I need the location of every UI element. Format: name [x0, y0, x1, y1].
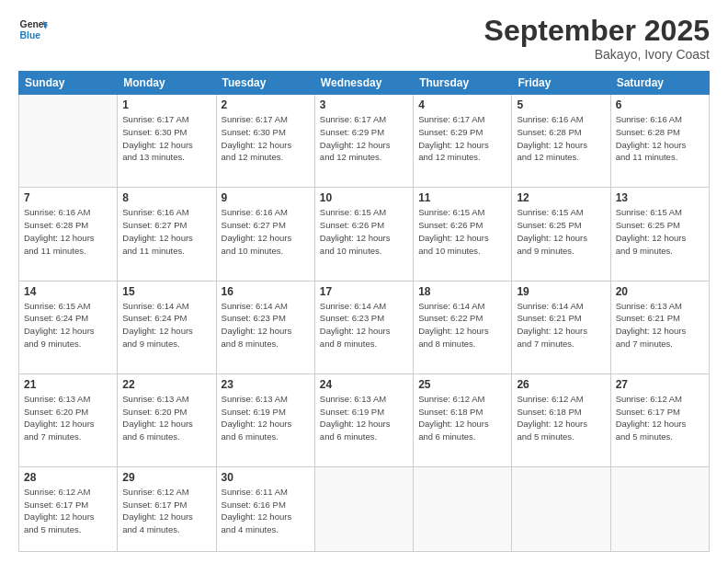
day-info: Sunrise: 6:14 AMSunset: 6:22 PMDaylight:…: [418, 300, 506, 350]
day-number: 15: [122, 285, 210, 298]
calendar-cell: [314, 466, 413, 551]
day-info: Sunrise: 6:13 AMSunset: 6:19 PMDaylight:…: [222, 393, 310, 443]
day-info: Sunrise: 6:17 AMSunset: 6:30 PMDaylight:…: [222, 113, 310, 164]
page: General Blue September 2025 Bakayo, Ivor…: [0, 0, 728, 563]
calendar-cell: 19Sunrise: 6:14 AMSunset: 6:21 PMDayligh…: [512, 281, 610, 373]
day-info: Sunrise: 6:15 AMSunset: 6:24 PMDaylight:…: [24, 300, 112, 350]
calendar-cell: 1Sunrise: 6:17 AMSunset: 6:30 PMDaylight…: [118, 95, 216, 188]
calendar-cell: 14Sunrise: 6:15 AMSunset: 6:24 PMDayligh…: [19, 281, 118, 373]
calendar-cell: 30Sunrise: 6:11 AMSunset: 6:16 PMDayligh…: [216, 466, 314, 551]
day-number: 16: [222, 285, 310, 298]
day-info: Sunrise: 6:15 AMSunset: 6:26 PMDaylight:…: [320, 206, 408, 257]
logo-icon: General Blue: [18, 15, 48, 44]
day-number: 28: [24, 471, 112, 484]
day-info: Sunrise: 6:16 AMSunset: 6:27 PMDaylight:…: [122, 206, 210, 257]
day-info: Sunrise: 6:16 AMSunset: 6:28 PMDaylight:…: [517, 113, 605, 164]
calendar-cell: 27Sunrise: 6:12 AMSunset: 6:17 PMDayligh…: [610, 373, 709, 466]
day-number: 11: [418, 191, 506, 204]
day-number: 10: [320, 191, 408, 204]
day-number: 29: [122, 471, 210, 484]
day-info: Sunrise: 6:12 AMSunset: 6:18 PMDaylight:…: [517, 393, 605, 443]
day-info: Sunrise: 6:12 AMSunset: 6:17 PMDaylight:…: [24, 486, 112, 536]
header-monday: Monday: [118, 72, 216, 95]
day-number: 7: [24, 191, 112, 204]
calendar-cell: 13Sunrise: 6:15 AMSunset: 6:25 PMDayligh…: [610, 188, 709, 281]
day-info: Sunrise: 6:17 AMSunset: 6:30 PMDaylight:…: [122, 113, 210, 164]
header-wednesday: Wednesday: [314, 72, 413, 95]
header-saturday: Saturday: [610, 72, 709, 95]
day-number: 27: [616, 378, 704, 391]
header: General Blue September 2025 Bakayo, Ivor…: [18, 15, 710, 62]
calendar-cell: [610, 466, 709, 551]
day-info: Sunrise: 6:14 AMSunset: 6:23 PMDaylight:…: [222, 300, 310, 350]
day-number: 4: [418, 98, 506, 111]
day-number: 19: [517, 285, 605, 298]
day-number: 18: [418, 285, 506, 298]
day-info: Sunrise: 6:15 AMSunset: 6:25 PMDaylight:…: [517, 206, 605, 257]
calendar-cell: [19, 95, 118, 188]
day-number: 14: [24, 285, 112, 298]
calendar-cell: 24Sunrise: 6:13 AMSunset: 6:19 PMDayligh…: [314, 373, 413, 466]
day-number: 12: [517, 191, 605, 204]
day-info: Sunrise: 6:16 AMSunset: 6:28 PMDaylight:…: [24, 206, 112, 257]
header-sunday: Sunday: [19, 72, 118, 95]
day-number: 6: [616, 98, 704, 111]
calendar-cell: 17Sunrise: 6:14 AMSunset: 6:23 PMDayligh…: [314, 281, 413, 373]
day-number: 5: [517, 98, 605, 111]
day-info: Sunrise: 6:15 AMSunset: 6:25 PMDaylight:…: [616, 206, 704, 257]
calendar-cell: 7Sunrise: 6:16 AMSunset: 6:28 PMDaylight…: [19, 188, 118, 281]
calendar-cell: 5Sunrise: 6:16 AMSunset: 6:28 PMDaylight…: [512, 95, 610, 188]
day-info: Sunrise: 6:13 AMSunset: 6:19 PMDaylight:…: [320, 393, 408, 443]
day-number: 17: [320, 285, 408, 298]
location: Bakayo, Ivory Coast: [484, 47, 710, 62]
calendar-cell: 18Sunrise: 6:14 AMSunset: 6:22 PMDayligh…: [414, 281, 512, 373]
calendar-cell: 25Sunrise: 6:12 AMSunset: 6:18 PMDayligh…: [414, 373, 512, 466]
day-number: 23: [222, 378, 310, 391]
day-number: 3: [320, 98, 408, 111]
calendar-table: Sunday Monday Tuesday Wednesday Thursday…: [18, 71, 710, 552]
calendar-cell: 9Sunrise: 6:16 AMSunset: 6:27 PMDaylight…: [216, 188, 314, 281]
calendar-cell: 29Sunrise: 6:12 AMSunset: 6:17 PMDayligh…: [118, 466, 216, 551]
day-info: Sunrise: 6:17 AMSunset: 6:29 PMDaylight:…: [320, 113, 408, 164]
calendar-cell: 3Sunrise: 6:17 AMSunset: 6:29 PMDaylight…: [314, 95, 413, 188]
header-thursday: Thursday: [414, 72, 512, 95]
header-tuesday: Tuesday: [216, 72, 314, 95]
calendar-cell: 22Sunrise: 6:13 AMSunset: 6:20 PMDayligh…: [118, 373, 216, 466]
day-info: Sunrise: 6:17 AMSunset: 6:29 PMDaylight:…: [418, 113, 506, 164]
day-info: Sunrise: 6:13 AMSunset: 6:20 PMDaylight:…: [24, 393, 112, 443]
calendar-cell: [414, 466, 512, 551]
calendar-cell: 10Sunrise: 6:15 AMSunset: 6:26 PMDayligh…: [314, 188, 413, 281]
day-info: Sunrise: 6:12 AMSunset: 6:17 PMDaylight:…: [616, 393, 704, 443]
calendar-cell: 16Sunrise: 6:14 AMSunset: 6:23 PMDayligh…: [216, 281, 314, 373]
day-number: 22: [122, 378, 210, 391]
title-section: September 2025 Bakayo, Ivory Coast: [484, 15, 710, 62]
day-number: 30: [222, 471, 310, 484]
day-info: Sunrise: 6:13 AMSunset: 6:20 PMDaylight:…: [122, 393, 210, 443]
day-number: 8: [122, 191, 210, 204]
calendar-cell: 4Sunrise: 6:17 AMSunset: 6:29 PMDaylight…: [414, 95, 512, 188]
header-friday: Friday: [512, 72, 610, 95]
day-info: Sunrise: 6:12 AMSunset: 6:17 PMDaylight:…: [122, 486, 210, 536]
calendar-cell: 28Sunrise: 6:12 AMSunset: 6:17 PMDayligh…: [19, 466, 118, 551]
calendar-cell: 8Sunrise: 6:16 AMSunset: 6:27 PMDaylight…: [118, 188, 216, 281]
calendar-cell: 12Sunrise: 6:15 AMSunset: 6:25 PMDayligh…: [512, 188, 610, 281]
calendar-cell: 6Sunrise: 6:16 AMSunset: 6:28 PMDaylight…: [610, 95, 709, 188]
day-info: Sunrise: 6:16 AMSunset: 6:27 PMDaylight:…: [222, 206, 310, 257]
day-info: Sunrise: 6:14 AMSunset: 6:24 PMDaylight:…: [122, 300, 210, 350]
day-info: Sunrise: 6:15 AMSunset: 6:26 PMDaylight:…: [418, 206, 506, 257]
calendar-cell: 21Sunrise: 6:13 AMSunset: 6:20 PMDayligh…: [19, 373, 118, 466]
day-info: Sunrise: 6:12 AMSunset: 6:18 PMDaylight:…: [418, 393, 506, 443]
month-title: September 2025: [484, 15, 710, 47]
day-number: 25: [418, 378, 506, 391]
svg-text:Blue: Blue: [20, 30, 41, 40]
calendar-cell: 15Sunrise: 6:14 AMSunset: 6:24 PMDayligh…: [118, 281, 216, 373]
logo: General Blue: [18, 15, 48, 44]
day-number: 26: [517, 378, 605, 391]
day-number: 13: [616, 191, 704, 204]
weekday-header-row: Sunday Monday Tuesday Wednesday Thursday…: [19, 72, 710, 95]
calendar-cell: 2Sunrise: 6:17 AMSunset: 6:30 PMDaylight…: [216, 95, 314, 188]
day-number: 2: [222, 98, 310, 111]
day-info: Sunrise: 6:13 AMSunset: 6:21 PMDaylight:…: [616, 300, 704, 350]
day-number: 20: [616, 285, 704, 298]
day-info: Sunrise: 6:14 AMSunset: 6:21 PMDaylight:…: [517, 300, 605, 350]
